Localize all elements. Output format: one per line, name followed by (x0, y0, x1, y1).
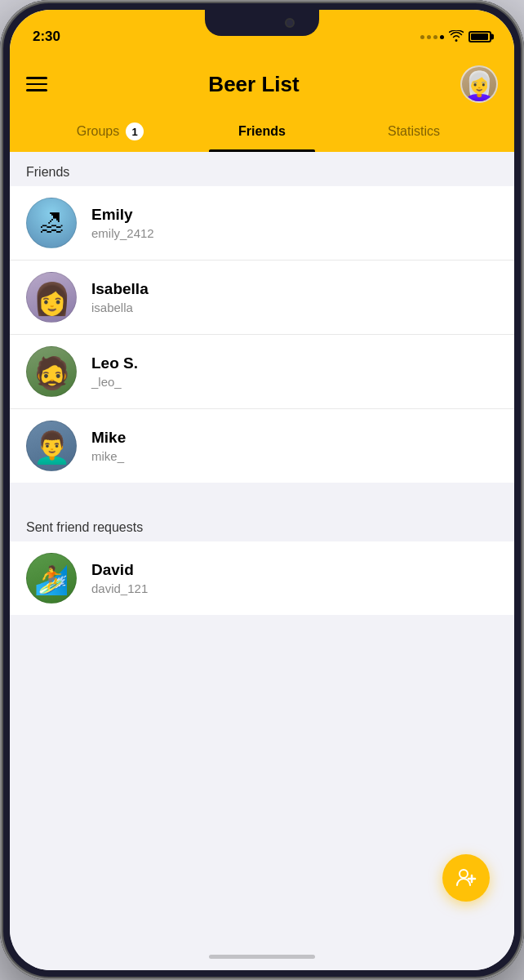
tab-groups[interactable]: Groups 1 (34, 114, 186, 152)
tab-statistics[interactable]: Statistics (338, 114, 490, 152)
notch (205, 10, 319, 36)
leo-info: Leo S. _leo_ (91, 354, 498, 389)
isabella-info: Isabella isabella (91, 280, 498, 314)
sent-requests-list: David david_121 (10, 541, 514, 615)
tab-bar: Groups 1 Friends Statistics (26, 114, 498, 152)
signal-icon (420, 35, 444, 39)
tab-friends[interactable]: Friends (186, 114, 338, 152)
list-item[interactable]: Leo S. _leo_ (10, 335, 514, 409)
tab-statistics-label: Statistics (388, 124, 440, 139)
add-friend-fab[interactable] (442, 854, 490, 902)
content-area: Friends Emily emily_2412 Isabella isabel… (10, 152, 514, 942)
mike-avatar (26, 421, 77, 471)
leo-name: Leo S. (91, 354, 498, 372)
emily-avatar (26, 198, 77, 248)
home-bar (209, 955, 315, 959)
david-name: David (91, 561, 498, 579)
wifi-icon (449, 30, 464, 44)
tab-friends-label: Friends (238, 124, 286, 139)
list-item[interactable]: Emily emily_2412 (10, 186, 514, 261)
mike-username: mike_ (91, 449, 498, 463)
home-indicator (10, 942, 514, 970)
battery-icon (468, 31, 491, 42)
header: Beer List Groups 1 Friends Statistics (10, 52, 514, 152)
phone-frame: 2:30 (0, 0, 524, 980)
isabella-avatar (26, 272, 77, 323)
emily-info: Emily emily_2412 (91, 206, 498, 240)
leo-avatar (26, 346, 77, 397)
emily-name: Emily (91, 206, 498, 224)
isabella-name: Isabella (91, 280, 498, 298)
david-info: David david_121 (91, 561, 498, 595)
tab-groups-badge: 1 (126, 122, 144, 140)
svg-point-0 (460, 870, 468, 878)
friends-section-header: Friends (10, 152, 514, 186)
isabella-username: isabella (91, 301, 498, 314)
leo-username: _leo_ (91, 375, 498, 389)
add-person-icon (455, 867, 477, 889)
david-username: david_121 (91, 581, 498, 595)
hamburger-menu-button[interactable] (26, 77, 47, 91)
emily-username: emily_2412 (91, 226, 498, 240)
screen: 2:30 (10, 10, 514, 970)
section-gap (10, 483, 514, 507)
status-time: 2:30 (33, 29, 60, 45)
mike-name: Mike (91, 429, 498, 447)
user-avatar[interactable] (460, 65, 498, 103)
mike-info: Mike mike_ (91, 429, 498, 463)
list-item[interactable]: Mike mike_ (10, 409, 514, 483)
status-icons (420, 30, 491, 44)
tab-groups-label: Groups (77, 124, 119, 139)
friends-list: Emily emily_2412 Isabella isabella Leo S… (10, 186, 514, 483)
app-title: Beer List (208, 72, 299, 97)
camera (285, 18, 295, 28)
list-item[interactable]: David david_121 (10, 541, 514, 615)
david-avatar (26, 553, 77, 604)
header-top: Beer List (26, 60, 498, 114)
sent-requests-section-header: Sent friend requests (10, 507, 514, 541)
list-item[interactable]: Isabella isabella (10, 261, 514, 335)
